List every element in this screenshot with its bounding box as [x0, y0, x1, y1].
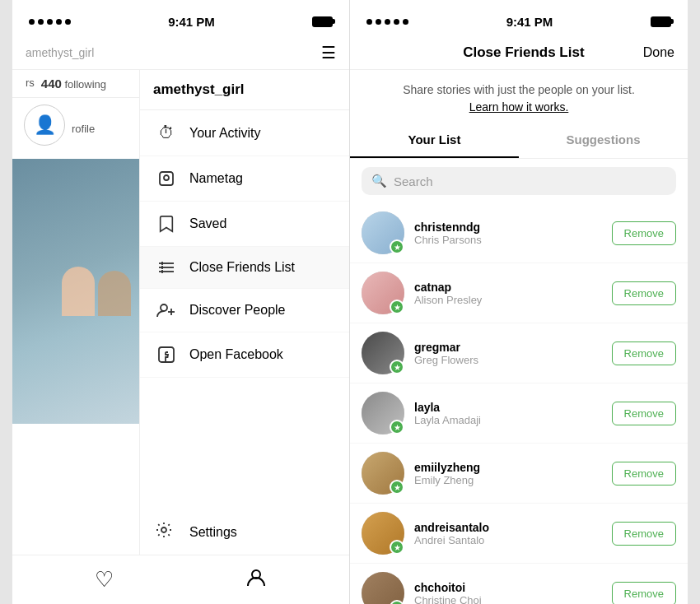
right-phone: 9:41 PM Close Friends List Done Share st…: [350, 0, 688, 604]
friend-username: layla: [414, 401, 612, 414]
close-friend-badge: ★: [390, 420, 404, 434]
friend-username: andreisantalo: [414, 521, 612, 534]
list-item: ★ emiilyzheng Emily Zheng Remove: [350, 444, 688, 504]
remove-button[interactable]: Remove: [612, 221, 676, 245]
signal-dots-right: [366, 19, 408, 25]
menu-facebook-label: Open Facebook: [189, 347, 283, 362]
avatar: ★: [362, 332, 404, 374]
settings-label: Settings: [189, 525, 237, 540]
menu-item-activity[interactable]: ⏱ Your Activity: [140, 110, 349, 156]
profile-link: rofile: [72, 123, 95, 135]
remove-button[interactable]: Remove: [612, 341, 676, 365]
close-friend-badge: ★: [390, 360, 404, 374]
menu-item-facebook[interactable]: Open Facebook: [140, 332, 349, 378]
list-item: ★ layla Layla Amadaji Remove: [350, 383, 688, 444]
close-friends-title: Close Friends List: [463, 44, 584, 61]
status-time-right: 9:41 PM: [506, 15, 553, 29]
profile-area: rs 440 following 👤 rofile: [12, 70, 349, 555]
info-link[interactable]: Learn how it works.: [469, 100, 569, 114]
battery-icon-right: [651, 16, 671, 27]
status-time-left: 9:41 PM: [168, 15, 215, 29]
discover-icon: [155, 302, 178, 318]
search-bar[interactable]: 🔍 Search: [362, 167, 676, 195]
remove-button[interactable]: Remove: [612, 281, 676, 305]
friend-name: Chris Parsons: [414, 234, 612, 246]
menu-item-close-friends[interactable]: Close Friends List: [140, 247, 349, 289]
activity-icon: ⏱: [155, 123, 178, 142]
remove-button[interactable]: Remove: [612, 522, 676, 546]
menu-item-settings[interactable]: Settings: [140, 509, 349, 555]
friend-info: chchoitoi Christine Choi: [414, 581, 612, 605]
tabs-container: Your List Suggestions: [350, 123, 688, 159]
saved-icon: [155, 215, 178, 233]
remove-button[interactable]: Remove: [612, 462, 676, 486]
search-placeholder: Search: [394, 174, 433, 188]
list-item: ★ gregmar Greg Flowers Remove: [350, 323, 688, 383]
followers-label: rs: [26, 77, 35, 89]
friend-info: emiilyzheng Emily Zheng: [414, 461, 612, 486]
friend-name: Andrei Santalo: [414, 534, 612, 546]
following-count: 440: [41, 77, 62, 91]
close-friend-badge: ★: [390, 239, 404, 254]
nav-heart[interactable]: ♡: [95, 567, 114, 592]
close-friend-badge: ★: [390, 300, 404, 314]
info-text: Share stories with just the people on yo…: [350, 70, 688, 123]
list-item: ★ chchoitoi Christine Choi Remove: [350, 564, 688, 604]
nav-person[interactable]: [245, 567, 267, 593]
svg-point-8: [161, 304, 167, 311]
menu-nametag-label: Nametag: [189, 171, 243, 186]
friends-list: ★ christenndg Chris Parsons Remove ★ cat…: [350, 203, 688, 604]
hamburger-menu-icon[interactable]: ☰: [321, 43, 336, 63]
avatar: ★: [362, 512, 404, 555]
svg-point-1: [164, 175, 169, 180]
close-friends-icon: [155, 260, 178, 275]
dropdown-username: amethyst_girl: [140, 70, 349, 110]
add-profile-icon[interactable]: 👤: [24, 105, 65, 146]
friend-name: Emily Zheng: [414, 474, 612, 486]
menu-item-nametag[interactable]: Nametag: [140, 156, 349, 202]
bottom-nav: ♡: [12, 555, 349, 604]
following-label: following: [65, 78, 107, 91]
friend-name: Layla Amadaji: [414, 414, 612, 426]
menu-item-saved[interactable]: Saved: [140, 202, 349, 247]
tab-your-list[interactable]: Your List: [350, 123, 519, 158]
friend-username: gregmar: [414, 341, 612, 354]
menu-discover-label: Discover People: [189, 303, 286, 318]
right-header: Close Friends List Done: [350, 36, 688, 70]
left-phone: 9:41 PM amethyst_girl ☰ rs 440 following: [12, 0, 350, 604]
list-item: ★ andreisantalo Andrei Santalo Remove: [350, 504, 688, 564]
search-icon: 🔍: [371, 174, 387, 188]
svg-point-12: [161, 527, 166, 532]
list-item: ★ catnap Alison Presley Remove: [350, 263, 688, 323]
friend-info: catnap Alison Presley: [414, 281, 612, 306]
menu-close-friends-label: Close Friends List: [189, 260, 295, 275]
friend-username: catnap: [414, 281, 612, 294]
menu-activity-label: Your Activity: [189, 126, 261, 141]
friend-name: Christine Choi: [414, 594, 612, 605]
friend-username: christenndg: [414, 221, 612, 234]
avatar: ★: [362, 572, 404, 604]
battery-icon-left: [312, 16, 333, 27]
remove-button[interactable]: Remove: [612, 582, 676, 605]
friend-username: emiilyzheng: [414, 461, 612, 474]
avatar: ★: [362, 272, 404, 314]
nametag-icon: [155, 170, 178, 188]
status-bar-left: 9:41 PM: [12, 0, 349, 36]
avatar: ★: [362, 392, 404, 434]
profile-header: amethyst_girl ☰: [12, 36, 349, 70]
tab-suggestions[interactable]: Suggestions: [519, 123, 688, 158]
menu-saved-label: Saved: [189, 216, 226, 231]
close-friend-badge: ★: [390, 540, 404, 555]
friend-name: Greg Flowers: [414, 354, 612, 366]
list-item: ★ christenndg Chris Parsons Remove: [350, 203, 688, 263]
facebook-icon: [155, 346, 178, 364]
avatar: ★: [362, 211, 404, 254]
settings-icon: [155, 521, 178, 543]
menu-item-discover[interactable]: Discover People: [140, 289, 349, 332]
following-stat: 440 following: [41, 77, 106, 91]
friend-info: andreisantalo Andrei Santalo: [414, 521, 612, 546]
remove-button[interactable]: Remove: [612, 402, 676, 425]
friend-info: layla Layla Amadaji: [414, 401, 612, 426]
done-button[interactable]: Done: [643, 45, 674, 60]
friend-name: Alison Presley: [414, 294, 612, 306]
